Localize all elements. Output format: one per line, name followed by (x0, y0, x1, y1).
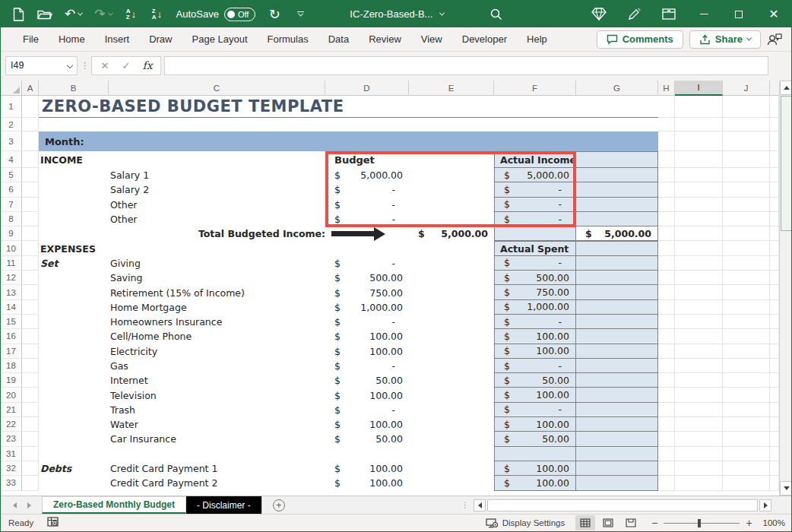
cell-h19[interactable] (658, 373, 675, 388)
item-label-cell[interactable]: Home Mortgage (109, 300, 325, 315)
cell-g14[interactable] (576, 300, 658, 315)
cell-e6[interactable] (409, 182, 494, 197)
open-folder-icon[interactable] (37, 6, 52, 23)
cell-a20[interactable] (22, 388, 39, 402)
cell-fill-17[interactable] (770, 344, 779, 359)
actual-header-cell[interactable]: Actual Income (494, 151, 576, 168)
cell-a17[interactable] (22, 344, 39, 359)
actual-amount-cell[interactable]: $- (494, 403, 576, 417)
cell-h15[interactable] (658, 315, 675, 329)
cell-empty-2[interactable] (39, 118, 658, 131)
formula-bar-splitter[interactable]: ⋮ (81, 63, 88, 68)
cell-e4[interactable] (409, 151, 494, 168)
category-label-cell[interactable] (39, 432, 109, 446)
cell-h32[interactable] (658, 461, 675, 476)
cell-a9[interactable] (22, 226, 39, 241)
cell-j33[interactable] (723, 476, 770, 490)
ribbon-tab-data[interactable]: Data (318, 27, 359, 52)
insert-function-button[interactable]: fx (138, 59, 157, 71)
comments-button[interactable]: Comments (597, 30, 683, 49)
item-label-cell[interactable]: Retirement (15% of Income) (109, 285, 325, 299)
ribbon-tab-formulas[interactable]: Formulas (258, 27, 318, 52)
row-header-22[interactable]: 22 (1, 417, 22, 432)
ribbon-tab-home[interactable]: Home (49, 27, 95, 52)
cell-g33[interactable] (576, 476, 658, 490)
sort-ascending-button[interactable]: AZ↓ (125, 6, 138, 23)
budget-amount-cell[interactable]: $5,000.00 (325, 168, 409, 182)
cell-e20[interactable] (409, 388, 494, 402)
row-header-16[interactable]: 16 (1, 329, 22, 344)
cell-h33[interactable] (658, 476, 675, 490)
cell-j32[interactable] (723, 461, 770, 476)
cell-a18[interactable] (22, 359, 39, 373)
cell-j12[interactable] (723, 271, 770, 285)
category-label-cell[interactable] (39, 315, 109, 329)
row-header-19[interactable]: 19 (1, 373, 22, 388)
scroll-up-button[interactable] (780, 81, 791, 95)
cell-h23[interactable] (658, 432, 675, 446)
actual-amount-cell[interactable]: $50.00 (494, 432, 576, 446)
cell-j20[interactable] (723, 388, 770, 402)
zoom-in-button[interactable]: + (746, 518, 752, 528)
ribbon-display-options-icon[interactable] (651, 1, 686, 27)
row-header-20[interactable]: 20 (1, 388, 22, 402)
select-all-corner[interactable] (1, 81, 22, 95)
item-label-cell[interactable]: Internet (109, 373, 325, 388)
item-label-cell[interactable]: Cell/Home Phone (109, 329, 325, 344)
ribbon-tab-draw[interactable]: Draw (139, 27, 182, 52)
cell-j13[interactable] (723, 285, 770, 299)
cell-i19[interactable] (675, 373, 723, 388)
cell-fill-22[interactable] (770, 417, 779, 432)
cell-i3[interactable] (675, 131, 723, 151)
category-label-cell[interactable] (39, 212, 109, 226)
item-label-cell[interactable]: Gas (109, 359, 325, 373)
cell-fill-31[interactable] (770, 447, 779, 461)
cell-fill-13[interactable] (770, 285, 779, 299)
previous-sheet-icon[interactable] (13, 502, 17, 508)
vertical-scroll-thumb[interactable] (781, 96, 791, 231)
row-header-7[interactable]: 7 (1, 198, 22, 212)
row-header-4[interactable]: 4 (1, 151, 22, 168)
cell-g8[interactable] (576, 212, 658, 226)
cell-h9[interactable] (658, 226, 675, 241)
cell-h14[interactable] (658, 300, 675, 315)
cell-j9[interactable] (723, 226, 770, 241)
column-header-D[interactable]: D (325, 81, 409, 96)
cell-j22[interactable] (723, 417, 770, 432)
category-label-cell[interactable]: Debts (39, 461, 109, 476)
budget-amount-cell[interactable]: $- (325, 359, 409, 373)
next-sheet-icon[interactable] (27, 502, 31, 508)
cell-a6[interactable] (22, 182, 39, 197)
cell-h7[interactable] (658, 198, 675, 212)
budget-amount-cell[interactable]: $50.00 (325, 373, 409, 388)
cell-e23[interactable] (409, 432, 494, 446)
section-label-cell[interactable]: INCOME (39, 151, 109, 168)
cell-i22[interactable] (675, 417, 723, 432)
budget-amount-cell[interactable]: $500.00 (325, 271, 409, 285)
row-header-14[interactable]: 14 (1, 300, 22, 315)
cell-f9[interactable] (494, 226, 576, 241)
scroll-right-button[interactable] (759, 499, 771, 511)
draw-pen-icon[interactable] (616, 1, 651, 27)
category-label-cell[interactable] (39, 168, 109, 182)
ribbon-tab-file[interactable]: File (13, 27, 49, 52)
item-label-cell[interactable]: Trash (109, 403, 325, 417)
row-header-32[interactable]: 32 (1, 461, 22, 476)
category-label-cell[interactable] (39, 417, 109, 432)
row-header-12[interactable]: 12 (1, 271, 22, 285)
budget-amount-cell[interactable]: $- (325, 403, 409, 417)
cell-e31[interactable] (409, 447, 494, 461)
budget-amount-cell[interactable]: $100.00 (325, 476, 409, 490)
cell-a16[interactable] (22, 329, 39, 344)
cell-fill-5[interactable] (770, 168, 779, 182)
cell-j18[interactable] (723, 359, 770, 373)
cell-g6[interactable] (576, 182, 658, 197)
horizontal-scrollbar[interactable] (474, 496, 776, 514)
cell-i7[interactable] (675, 198, 723, 212)
row-header-13[interactable]: 13 (1, 285, 22, 299)
cell-e11[interactable] (409, 256, 494, 271)
cell-e21[interactable] (409, 403, 494, 417)
ribbon-tab-insert[interactable]: Insert (95, 27, 140, 52)
category-label-cell[interactable] (39, 359, 109, 373)
cell-fill-6[interactable] (770, 182, 779, 197)
